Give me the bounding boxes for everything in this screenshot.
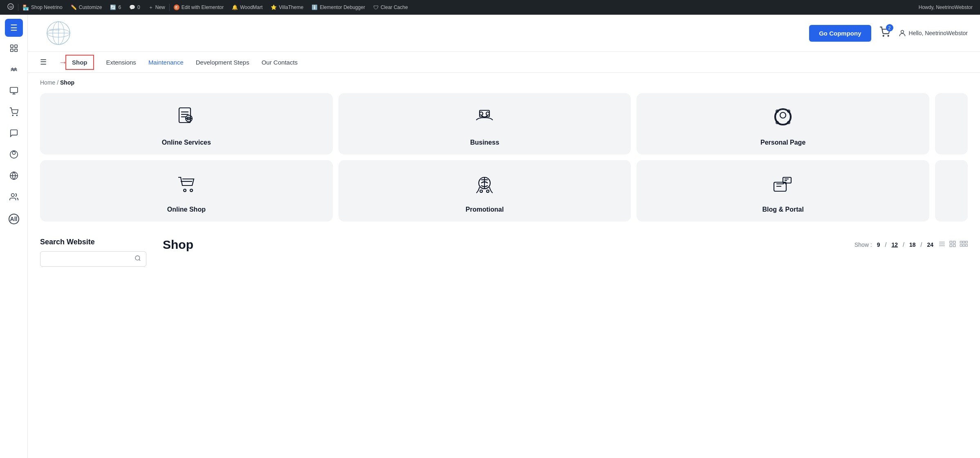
site-logo[interactable]: NEETRINO [40, 19, 77, 47]
show-label: Show : [854, 241, 872, 248]
show-18[interactable]: 18 [909, 241, 916, 248]
svg-point-36 [776, 109, 790, 124]
svg-rect-2 [10, 45, 13, 47]
sidebar-item-product[interactable] [5, 40, 23, 58]
svg-point-52 [135, 256, 140, 260]
svg-point-15 [11, 193, 14, 196]
svg-rect-6 [10, 87, 17, 92]
personal-page-label: Personal Page [760, 139, 805, 146]
promotional-icon [472, 172, 497, 199]
go-company-button[interactable]: Go Copmpony [809, 25, 871, 42]
admin-bar-woodmart-label: WoodMart [240, 4, 262, 10]
admin-bar-villatheme-label: VillaTheme [279, 4, 303, 10]
svg-rect-57 [953, 241, 955, 243]
team-icon [9, 192, 18, 203]
svg-point-34 [775, 109, 791, 125]
svg-rect-62 [966, 241, 968, 243]
breadcrumb-current: Shop [60, 79, 74, 86]
admin-bar-updates[interactable]: 🔄 6 [106, 0, 125, 15]
cart-button[interactable]: 2 [879, 27, 890, 40]
nav-item-maintenance[interactable]: Maintenance [148, 53, 184, 71]
sidebar-item-all[interactable]: All [5, 210, 23, 228]
search-sidebar-title: Search Website [40, 238, 146, 246]
admin-bar-elementor-debug[interactable]: ℹ️ Elementor Debugger [307, 0, 369, 15]
svg-point-11 [12, 151, 15, 154]
business-label: Business [470, 139, 499, 146]
svg-point-32 [480, 112, 483, 115]
category-card-online-services[interactable]: Online Services [40, 93, 333, 154]
sidebar-item-team[interactable] [5, 189, 23, 207]
search-sidebar: Search Website [40, 238, 146, 267]
search-input[interactable] [45, 256, 131, 262]
shield-icon: 🛡 [373, 4, 379, 11]
list-view-icon[interactable] [938, 240, 946, 250]
sidebar-item-chat[interactable] [5, 125, 23, 143]
sidebar-item-user[interactable] [5, 146, 23, 164]
category-card-partial-2[interactable] [935, 160, 968, 221]
product-icon [9, 44, 18, 55]
online-services-icon [174, 105, 199, 132]
admin-bar-comments[interactable]: 💬 0 [125, 0, 144, 15]
sidebar-item-monitor[interactable] [5, 83, 23, 101]
updates-icon: 🔄 [110, 4, 116, 10]
grid-3-view-icon[interactable] [960, 240, 968, 250]
category-card-promotional[interactable]: Promotional [339, 160, 631, 221]
nav-item-contacts[interactable]: Our Contacts [262, 53, 298, 71]
svg-rect-61 [963, 241, 965, 243]
shop-main-header: Shop Show : 9 / 12 / 18 / 24 [163, 238, 968, 252]
category-card-online-shop[interactable]: Online Shop [40, 160, 333, 221]
svg-rect-3 [14, 45, 17, 47]
admin-bar: W 🏪 Shop Neetrino ✏️ Customize 🔄 6 💬 0 ＋… [0, 0, 980, 15]
admin-bar-shop-label: Shop Neetrino [31, 4, 63, 10]
search-icon [135, 255, 141, 263]
nav-item-shop[interactable]: Shop [65, 55, 94, 70]
category-card-partial-1[interactable] [935, 93, 968, 154]
business-icon [472, 105, 497, 132]
shop-page-title: Shop [163, 238, 193, 252]
show-9[interactable]: 9 [877, 241, 880, 248]
online-shop-label: Online Shop [167, 206, 206, 213]
sidebar-item-globe[interactable] [5, 168, 23, 185]
admin-bar-howdy-label: Howdy, NeetrinoWebstor [919, 4, 973, 10]
svg-point-47 [480, 190, 482, 192]
show-24[interactable]: 24 [927, 241, 933, 248]
admin-bar-customize[interactable]: ✏️ Customize [67, 0, 106, 15]
sidebar-menu-toggle[interactable]: ☰ [5, 19, 23, 37]
nav-hamburger[interactable]: ☰ [40, 52, 47, 72]
menu-toggle-icon: ☰ [10, 23, 18, 33]
product-grid-section: Online Services Business [28, 89, 980, 234]
nav-item-extensions[interactable]: Extensions [106, 53, 136, 71]
admin-bar-shop-name[interactable]: 🏪 Shop Neetrino [18, 0, 67, 15]
admin-bar-elementor[interactable]: E Edit with Elementor [170, 0, 228, 15]
user-greeting[interactable]: Hello, NeetrinoWebstor [898, 29, 968, 37]
category-card-personal-page[interactable]: Personal Page [637, 93, 929, 154]
show-sep2: / [903, 241, 904, 248]
admin-bar-woodmart[interactable]: 🔔 WoodMart [228, 0, 267, 15]
admin-bar-wp-logo[interactable]: W [3, 0, 18, 15]
category-card-business[interactable]: Business [339, 93, 631, 154]
view-icons [938, 240, 968, 250]
admin-bar-villatheme[interactable]: ⭐ VillaTheme [267, 0, 307, 15]
admin-bar-clear-cache[interactable]: 🛡 Clear Cache [369, 0, 412, 15]
comments-icon: 💬 [129, 4, 135, 10]
nav-item-development[interactable]: Development Steps [196, 53, 249, 71]
category-card-blog-portal[interactable]: Blog & Portal [637, 160, 929, 221]
svg-point-43 [184, 189, 186, 192]
breadcrumb-home[interactable]: Home [40, 79, 55, 86]
promotional-label: Promotional [466, 206, 504, 213]
elementor-icon: E [174, 4, 179, 10]
admin-bar-new[interactable]: ＋ New [144, 0, 169, 15]
grid-2-view-icon[interactable] [949, 240, 956, 250]
show-12[interactable]: 12 [891, 241, 898, 248]
svg-rect-63 [960, 244, 962, 246]
svg-point-35 [780, 112, 786, 118]
sidebar-item-cart[interactable] [5, 104, 23, 122]
logo-svg: NEETRINO [42, 20, 75, 47]
admin-bar-howdy[interactable]: Howdy, NeetrinoWebstor [915, 0, 977, 15]
shop-main: Shop Show : 9 / 12 / 18 / 24 [163, 238, 968, 256]
personal-page-icon [771, 105, 795, 132]
sidebar-item-partners[interactable] [5, 61, 23, 79]
svg-rect-59 [953, 244, 955, 246]
site-header: NEETRINO Go Copmpony 2 Hello, NeetrinoWe… [28, 15, 980, 52]
svg-text:W: W [9, 5, 13, 9]
